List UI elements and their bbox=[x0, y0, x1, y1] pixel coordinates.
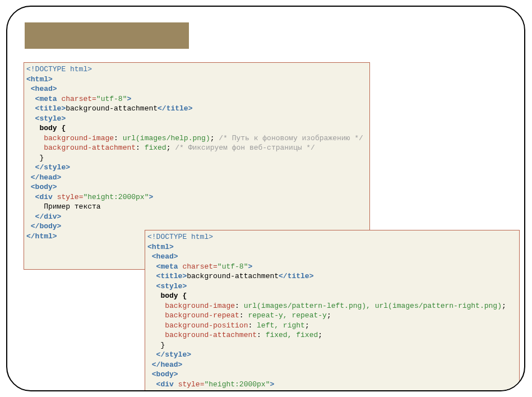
code-token bbox=[26, 213, 35, 221]
code-token: <head> bbox=[152, 252, 178, 261]
code-token: "height:2000px" bbox=[204, 380, 270, 389]
code-token: background-attachment bbox=[187, 272, 279, 280]
code-token: } bbox=[147, 341, 165, 349]
code-token bbox=[26, 193, 35, 201]
code-token: background-position bbox=[165, 321, 248, 330]
code-token bbox=[147, 361, 152, 369]
code-token: charset= bbox=[182, 262, 217, 271]
code-token bbox=[26, 163, 35, 172]
code-token: <html> bbox=[147, 243, 174, 251]
code-token: > bbox=[248, 262, 252, 271]
code-token: </head> bbox=[31, 173, 62, 182]
code-token bbox=[26, 124, 39, 132]
code-token: ; bbox=[327, 311, 331, 320]
code-token: ; bbox=[502, 302, 506, 310]
code-token: left, right bbox=[257, 321, 305, 330]
code-token: url(images/pattern-left.png), url(images… bbox=[244, 302, 502, 310]
code-token: style= bbox=[178, 380, 205, 389]
code-token: "utf-8" bbox=[218, 262, 248, 271]
code-token bbox=[26, 114, 35, 123]
code-token: body { bbox=[39, 124, 66, 132]
code-token: <div bbox=[156, 380, 174, 389]
code-token: "utf-8" bbox=[96, 95, 127, 103]
code-token bbox=[147, 370, 152, 378]
code-token: : bbox=[114, 134, 123, 142]
code-token: </head> bbox=[152, 361, 183, 369]
code-token: ; bbox=[166, 144, 175, 152]
code-token: <meta bbox=[35, 95, 57, 103]
code-token: } bbox=[26, 154, 44, 162]
code-token: <!DOCTYPE html> bbox=[147, 233, 213, 241]
code-token: <title> bbox=[156, 272, 187, 280]
code-token: <meta bbox=[156, 262, 178, 271]
code-token bbox=[147, 380, 156, 389]
code-token bbox=[147, 272, 156, 280]
code-token bbox=[26, 104, 35, 113]
code-token bbox=[26, 85, 31, 93]
code-token bbox=[26, 95, 35, 103]
code-token: fixed, fixed bbox=[266, 331, 318, 339]
code-token: background-image bbox=[165, 302, 235, 310]
code-token: background-attachment bbox=[66, 104, 158, 113]
code-token: background-attachment bbox=[44, 144, 136, 152]
code-token: background-repeat bbox=[165, 311, 239, 320]
code-token bbox=[147, 302, 165, 310]
code-token bbox=[147, 292, 160, 300]
code-token: ; bbox=[305, 321, 309, 330]
code-token: > bbox=[270, 380, 274, 389]
code-token bbox=[147, 252, 152, 261]
code-token: </div> bbox=[156, 390, 183, 391]
code-token: : bbox=[136, 144, 145, 152]
code-token: "height:2000px" bbox=[83, 193, 149, 201]
code-token: Пример текста bbox=[26, 202, 101, 211]
code-token: repeat-y, repeat-y bbox=[248, 311, 326, 320]
code-token bbox=[26, 222, 31, 230]
code-token: </html> bbox=[26, 232, 57, 241]
code-token bbox=[26, 134, 44, 142]
code-token: <body> bbox=[31, 183, 57, 191]
slide: <!DOCTYPE html> <html> <head> <meta char… bbox=[0, 0, 532, 397]
code-token: /* Путь к фоновому изображению */ bbox=[219, 134, 363, 142]
code-token bbox=[147, 321, 165, 330]
code-token: > bbox=[149, 193, 153, 201]
code-token: ; bbox=[210, 134, 219, 142]
code-token: <title> bbox=[35, 104, 66, 113]
code-token bbox=[147, 331, 165, 339]
code-token: url(images/help.png) bbox=[123, 134, 210, 142]
code-token bbox=[147, 311, 165, 320]
code-token: <div bbox=[35, 193, 53, 201]
code-token: : bbox=[235, 302, 244, 310]
code-token bbox=[26, 173, 31, 182]
code-token: fixed bbox=[145, 144, 166, 152]
code-token: /* Фиксируем фон веб-страницы */ bbox=[175, 144, 315, 152]
code-token: style= bbox=[57, 193, 84, 201]
code-token: charset= bbox=[61, 95, 96, 103]
code-token: : bbox=[257, 331, 266, 339]
code-token: background-attachment bbox=[165, 331, 257, 339]
code-token: <!DOCTYPE html> bbox=[26, 65, 92, 73]
code-token bbox=[147, 262, 156, 271]
code-token bbox=[53, 193, 57, 201]
code-token bbox=[174, 380, 178, 389]
code-token bbox=[147, 282, 156, 290]
code-token: </title> bbox=[279, 272, 313, 280]
code-token: <style> bbox=[156, 282, 187, 290]
code-token: </body> bbox=[31, 222, 62, 230]
title-box bbox=[25, 22, 189, 49]
code-token: : bbox=[239, 311, 248, 320]
code-token: </title> bbox=[158, 104, 192, 113]
code-token bbox=[147, 350, 156, 359]
code-token bbox=[147, 390, 156, 391]
code-token: : bbox=[248, 321, 257, 330]
code-token bbox=[26, 144, 44, 152]
code-token: <style> bbox=[35, 114, 66, 123]
code-token: <head> bbox=[31, 85, 57, 93]
code-block-2: <!DOCTYPE html> <html> <head> <meta char… bbox=[145, 230, 520, 391]
code-token: body { bbox=[160, 292, 187, 300]
code-token: background-image bbox=[44, 134, 114, 142]
code-token: </style> bbox=[35, 163, 70, 172]
code-token bbox=[26, 183, 31, 191]
code-token: </div> bbox=[35, 213, 62, 221]
code-token: <body> bbox=[152, 370, 178, 378]
code-token: ; bbox=[318, 331, 322, 339]
